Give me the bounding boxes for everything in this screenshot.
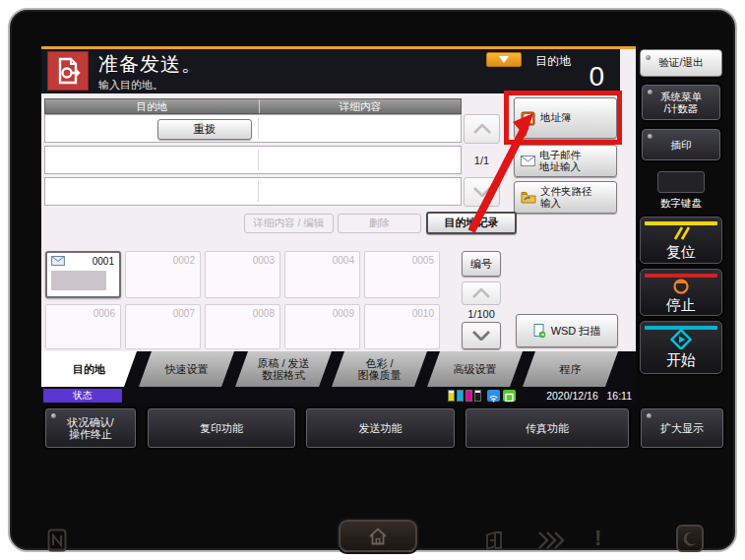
stop-icon xyxy=(671,278,691,294)
copy-function-button[interactable]: 复印功能 xyxy=(148,408,295,448)
attention-icon: ! xyxy=(594,526,606,551)
column-detail: 详细内容 xyxy=(259,99,461,113)
redacted-name xyxy=(51,271,106,290)
onetouch-key-0009[interactable]: 0009 xyxy=(284,304,360,349)
folder-icon xyxy=(521,191,536,204)
connection-status-icon xyxy=(503,390,516,402)
destination-page-indicator: 1/1 xyxy=(464,155,500,166)
led-indicator xyxy=(51,413,56,418)
onetouch-key-0006[interactable]: 0006 xyxy=(45,304,121,349)
destination-scroll-down-button[interactable] xyxy=(464,177,500,207)
moon-icon xyxy=(682,530,698,546)
status-button[interactable]: 状态 xyxy=(43,389,122,403)
numeric-keypad-label: 数字键盘 xyxy=(636,197,726,211)
annotation-highlight-box xyxy=(504,91,622,145)
system-menu-button[interactable]: 系统菜单/计数器 xyxy=(642,85,720,120)
home-icon xyxy=(367,527,389,546)
chevron-down-icon xyxy=(471,331,491,341)
email-entry-button[interactable]: 电子邮件地址输入 xyxy=(514,145,617,177)
destination-row-3[interactable] xyxy=(44,177,462,206)
send-document-icon xyxy=(47,51,89,91)
destination-row-1[interactable] xyxy=(44,114,462,143)
fast-forward-icon[interactable] xyxy=(536,529,566,555)
chevron-down-icon xyxy=(499,56,509,63)
chevron-up-icon xyxy=(472,124,492,134)
home-button[interactable] xyxy=(339,520,417,552)
led-indicator xyxy=(647,413,652,418)
screen-title: 准备发送。 xyxy=(98,51,202,78)
onetouch-key-0001[interactable]: 0001 xyxy=(45,251,121,298)
tab-bar: 目的地 快速设置 原稿 / 发送数据格式 色彩 /图像质量 高级设置 程序 状态 xyxy=(41,351,636,404)
reset-button[interactable]: 复位 xyxy=(640,217,722,264)
tab-color-quality[interactable]: 色彩 /图像质量 xyxy=(332,351,427,387)
folder-path-button[interactable]: 文件夹路径输入 xyxy=(514,181,617,214)
status-bar: 状态 2020/12/16 16:11 xyxy=(41,388,636,404)
onetouch-key-0010[interactable]: 0010 xyxy=(364,304,440,349)
wsd-scan-label: WSD 扫描 xyxy=(551,324,601,339)
onetouch-key-0008[interactable]: 0008 xyxy=(205,304,280,349)
interrupt-button[interactable]: 插印 xyxy=(642,129,720,160)
number-button[interactable]: 编号 xyxy=(462,251,501,277)
led-indicator xyxy=(646,55,651,60)
touchscreen: 准备发送。 输入目的地。 目的地 0 目的地 详细内容 重拨 1/1 xyxy=(41,46,636,404)
nfc-icon xyxy=(47,529,67,556)
send-function-button[interactable]: 发送功能 xyxy=(306,408,455,448)
email-entry-label: 电子邮件地址输入 xyxy=(539,150,581,172)
device-screenshot: 准备发送。 输入目的地。 目的地 0 目的地 详细内容 重拨 1/1 xyxy=(0,0,745,560)
datetime: 2020/12/16 16:11 xyxy=(546,390,632,402)
wsd-scan-icon xyxy=(533,324,546,339)
row-divider xyxy=(258,181,259,202)
email-icon xyxy=(521,156,535,166)
tab-destination[interactable]: 目的地 xyxy=(41,351,137,387)
onetouch-key-0007[interactable]: 0007 xyxy=(125,304,201,349)
destination-dropdown-button[interactable] xyxy=(486,52,522,67)
screen-subtitle: 输入目的地。 xyxy=(98,78,163,93)
detail-edit-button[interactable]: 详细内容 / 编辑 xyxy=(244,214,334,233)
status-cancel-button[interactable]: 状况确认/操作终止 xyxy=(45,408,136,448)
logout-exit-icon[interactable] xyxy=(481,529,505,556)
onetouch-key-0003[interactable]: 0003 xyxy=(205,251,280,298)
tab-original-format[interactable]: 原稿 / 发送数据格式 xyxy=(235,351,332,387)
toner-black-icon xyxy=(474,390,481,402)
toner-yellow-icon xyxy=(448,390,455,402)
start-button[interactable]: 开始 xyxy=(640,321,722,374)
destination-row-2[interactable] xyxy=(44,146,462,174)
destination-count: 0 xyxy=(549,61,604,93)
start-icon xyxy=(670,330,692,349)
wifi-status-icon xyxy=(487,390,500,402)
toner-magenta-icon xyxy=(466,390,472,402)
folder-path-label: 文件夹路径输入 xyxy=(540,186,592,209)
onetouch-key-0002[interactable]: 0002 xyxy=(125,251,201,298)
reset-icon xyxy=(669,225,693,241)
onetouch-scroll-up-button[interactable] xyxy=(462,281,501,305)
email-icon xyxy=(51,256,65,266)
led-indicator xyxy=(648,90,652,94)
numeric-keypad-key[interactable] xyxy=(657,171,705,193)
stop-button[interactable]: 停止 xyxy=(640,269,722,316)
fax-function-button[interactable]: 传真功能 xyxy=(466,408,629,448)
led-indicator xyxy=(648,134,652,139)
row-divider xyxy=(258,118,259,139)
wsd-scan-button[interactable]: WSD 扫描 xyxy=(516,314,618,347)
tab-advanced[interactable]: 高级设置 xyxy=(427,351,523,387)
tab-quick-setup[interactable]: 快速设置 xyxy=(139,351,234,387)
chevron-up-icon xyxy=(471,288,491,298)
redial-button[interactable]: 重拨 xyxy=(157,119,252,140)
energy-saver-button[interactable] xyxy=(676,525,704,552)
chevron-down-icon xyxy=(472,187,492,197)
toner-cyan-icon xyxy=(457,390,464,402)
delete-button[interactable]: 删除 xyxy=(338,214,421,233)
onetouch-key-0005[interactable]: 0005 xyxy=(364,251,440,298)
destination-history-button[interactable]: 目的地记录 xyxy=(426,212,517,234)
destination-table-header: 目的地 详细内容 xyxy=(44,98,462,114)
auth-logout-button[interactable]: 验证/退出 xyxy=(640,49,722,77)
destination-scroll-up-button[interactable] xyxy=(464,114,500,144)
enlarge-display-button[interactable]: 扩大显示 xyxy=(641,408,723,448)
column-destination: 目的地 xyxy=(45,99,259,113)
onetouch-page-indicator: 1/100 xyxy=(462,308,501,320)
onetouch-key-0004[interactable]: 0004 xyxy=(284,251,360,298)
header-bar: 准备发送。 输入目的地。 目的地 0 xyxy=(41,49,620,93)
row-divider xyxy=(258,150,259,170)
onetouch-scroll-down-button[interactable] xyxy=(462,322,501,349)
tab-program[interactable]: 程序 xyxy=(523,351,618,387)
